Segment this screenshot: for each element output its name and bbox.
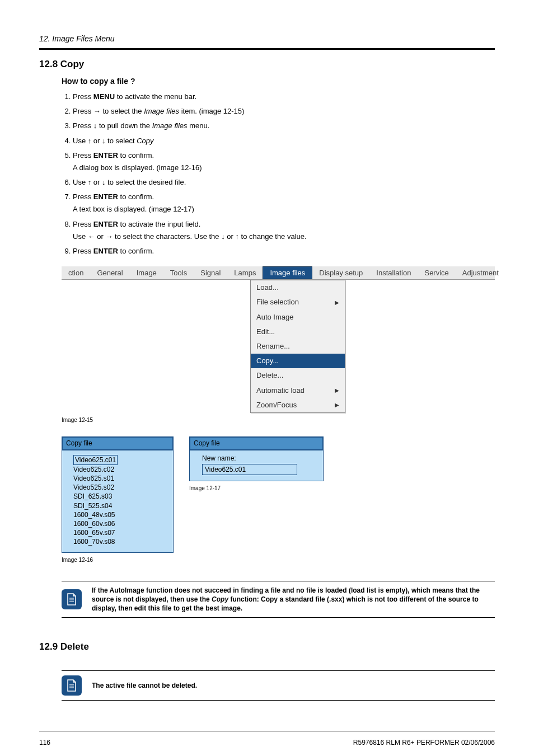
- list-item[interactable]: Video625.c02: [73, 465, 167, 474]
- list-item[interactable]: Video625.s01: [73, 474, 167, 483]
- submenu-item[interactable]: Auto Image: [251, 310, 345, 325]
- step-bold: ENTER: [93, 192, 118, 201]
- list-item[interactable]: 1600_70v.s08: [73, 537, 167, 546]
- step-text: Press: [73, 92, 93, 101]
- step-text: Press: [73, 247, 93, 255]
- figure-12-15: ction General Image Tools Signal Lamps I…: [62, 266, 495, 424]
- section-title-copy: 12.8 Copy: [39, 58, 495, 71]
- menu-item[interactable]: Service: [418, 266, 455, 279]
- step-2: Press → to select the Image files item. …: [73, 106, 495, 116]
- submenu-label: Zoom/Focus: [256, 400, 297, 410]
- steps-list: Press MENU to activate the menu bar. Pre…: [62, 92, 495, 256]
- step-6: Use ↑ or ↓ to select the desired file.: [73, 177, 495, 187]
- submenu-item-copy[interactable]: Copy...: [251, 354, 345, 368]
- chevron-right-icon: ▶: [335, 401, 339, 409]
- submenu-label: Load...: [256, 283, 279, 293]
- submenu-item[interactable]: Zoom/Focus▶: [251, 398, 345, 412]
- submenu-label: Edit...: [256, 327, 275, 337]
- menu-item[interactable]: Adjustment: [456, 266, 505, 279]
- figure-12-16: Copy file Video625.c01 Video625.c02 Vide…: [62, 436, 174, 564]
- step-text: item. (image 12-15): [179, 107, 244, 115]
- step-5: Press ENTER to confirm. A dialog box is …: [73, 151, 495, 173]
- step-text: to activate the menu bar.: [115, 92, 196, 101]
- chapter-heading: 12. Image Files Menu: [39, 34, 495, 47]
- step-text: Press: [73, 151, 93, 159]
- figure-12-17: Copy file New name: Video625.c01 Image 1…: [189, 436, 324, 492]
- step-7: Press ENTER to confirm. A text box is di…: [73, 192, 495, 214]
- submenu-label: Automatic load: [256, 386, 305, 396]
- footer-divider: [39, 731, 495, 731]
- new-name-label: New name:: [202, 454, 317, 463]
- step-text: Press → to select the: [73, 107, 144, 115]
- step-sub: A text box is displayed. (image 12-17): [73, 204, 495, 214]
- step-4: Use ↑ or ↓ to select Copy: [73, 136, 495, 146]
- footer-right: R5976816 RLM R6+ PERFORMER 02/06/2006: [353, 738, 495, 748]
- step-italic: Image files: [152, 121, 188, 130]
- step-bold: ENTER: [93, 220, 118, 228]
- step-8: Press ENTER to activate the input field.…: [73, 219, 495, 242]
- note-text: The active file cannot be deleted.: [92, 681, 197, 690]
- submenu-item[interactable]: Automatic load▶: [251, 383, 345, 398]
- note-text: If the AutoImage function does not succe…: [92, 586, 495, 613]
- step-9: Press ENTER to confirm.: [73, 246, 495, 256]
- document-icon: [62, 675, 82, 696]
- figure-caption: Image 12-15: [62, 416, 495, 424]
- menu-item[interactable]: Tools: [163, 266, 194, 279]
- document-icon: [62, 589, 82, 609]
- step-sub: A dialog box is displayed. (image 12-16): [73, 163, 495, 173]
- dialog-title: Copy file: [190, 437, 323, 450]
- step-bold: ENTER: [93, 151, 118, 159]
- submenu: Load... File selection▶ Auto Image Edit.…: [250, 280, 345, 413]
- list-item[interactable]: 1600_60v.s06: [73, 519, 167, 528]
- list-item[interactable]: SDI_625.s03: [73, 492, 167, 501]
- submenu-label: File selection: [256, 297, 299, 307]
- step-sub: Use ← or → to select the characters. Use…: [73, 232, 495, 242]
- menu-item[interactable]: General: [90, 266, 129, 279]
- section-title-delete: 12.9 Delete: [39, 640, 495, 654]
- menu-item[interactable]: Installation: [369, 266, 418, 279]
- submenu-label: Copy...: [256, 356, 279, 366]
- divider: [39, 48, 495, 50]
- dialog-body: New name: Video625.c01: [190, 450, 323, 481]
- menu-item[interactable]: Image: [130, 266, 163, 279]
- step-bold: MENU: [93, 92, 115, 101]
- step-text: Press ↓ to pull down the: [73, 121, 152, 130]
- menu-bar: ction General Image Tools Signal Lamps I…: [62, 266, 495, 280]
- submenu-item[interactable]: File selection▶: [251, 295, 345, 309]
- note-italic: Copy: [212, 595, 228, 603]
- dialogs-row: Copy file Video625.c01 Video625.c02 Vide…: [62, 436, 495, 564]
- info-note: If the AutoImage function does not succe…: [62, 581, 495, 618]
- step-text: Press: [73, 192, 93, 201]
- step-text: menu.: [188, 121, 210, 130]
- copy-file-list-dialog: Copy file Video625.c01 Video625.c02 Vide…: [62, 436, 174, 553]
- page-number: 116: [39, 738, 50, 748]
- menu-item[interactable]: Display setup: [312, 266, 369, 279]
- new-name-input[interactable]: Video625.c01: [202, 464, 297, 475]
- list-item[interactable]: SDI_525.s04: [73, 501, 167, 510]
- submenu-item[interactable]: Delete...: [251, 368, 345, 383]
- how-to-heading: How to copy a file ?: [62, 76, 495, 87]
- step-3: Press ↓ to pull down the Image files men…: [73, 121, 495, 131]
- menu-item[interactable]: Signal: [194, 266, 227, 279]
- list-item[interactable]: 1600_65v.s07: [73, 528, 167, 537]
- step-text: to activate the input field.: [118, 220, 200, 228]
- copy-file-rename-dialog: Copy file New name: Video625.c01: [189, 436, 324, 481]
- submenu-label: Auto Image: [256, 312, 294, 322]
- menu-item[interactable]: Lamps: [227, 266, 263, 279]
- list-item-selected[interactable]: Video625.c01: [73, 455, 118, 465]
- step-text: Use ↑ or ↓ to select: [73, 137, 137, 145]
- step-bold: ENTER: [93, 247, 118, 255]
- step-italic: Image files: [144, 107, 179, 115]
- figure-caption: Image 12-16: [62, 556, 174, 564]
- step-italic: Copy: [137, 137, 153, 145]
- list-item[interactable]: 1600_48v.s05: [73, 510, 167, 519]
- submenu-item[interactable]: Edit...: [251, 325, 345, 339]
- chevron-right-icon: ▶: [335, 299, 339, 307]
- submenu-item[interactable]: Load...: [251, 280, 345, 295]
- dialog-body: Video625.c01 Video625.c02 Video625.s01 V…: [62, 450, 173, 552]
- list-item[interactable]: Video525.s02: [73, 483, 167, 492]
- menu-item[interactable]: ction: [62, 266, 90, 279]
- menu-item-image-files[interactable]: Image files: [263, 266, 312, 279]
- submenu-item[interactable]: Rename...: [251, 339, 345, 354]
- step-text: to confirm.: [118, 192, 154, 201]
